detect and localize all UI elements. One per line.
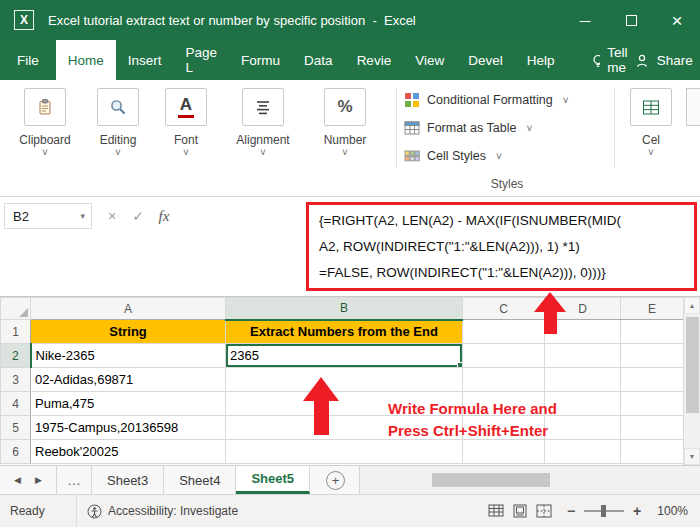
scroll-down-icon[interactable]: ▾	[684, 448, 700, 465]
row-header-1[interactable]: 1	[1, 320, 31, 344]
tab-page-layout[interactable]: Page L	[174, 40, 230, 80]
cell-E1[interactable]	[621, 320, 684, 344]
cell-B6[interactable]	[226, 440, 463, 464]
formula-input[interactable]: {=RIGHT(A2, LEN(A2) - MAX(IF(ISNUMBER(MI…	[306, 202, 697, 291]
sheet-tab-sheet5-active[interactable]: Sheet5	[236, 466, 310, 494]
cell-D3[interactable]	[545, 368, 621, 392]
sheet-table: A B C D E 1 String Extract Numbers from …	[0, 297, 684, 464]
normal-view-button[interactable]	[486, 501, 506, 521]
cell-B3[interactable]	[226, 368, 463, 392]
cell-E2[interactable]	[621, 344, 684, 368]
row-header-3[interactable]: 3	[1, 368, 31, 392]
sheet-tab-sheet4[interactable]: Sheet4	[164, 466, 236, 494]
cells-button[interactable]	[630, 88, 672, 126]
zoom-slider-thumb[interactable]	[601, 505, 606, 517]
page-layout-view-icon	[512, 504, 528, 518]
tab-view[interactable]: View	[403, 40, 456, 80]
zoom-out-button[interactable]: −	[564, 503, 578, 519]
tab-developer[interactable]: Devel	[456, 40, 515, 80]
horizontal-scrollbar-thumb[interactable]	[432, 473, 550, 487]
cells-dropdown-icon[interactable]: ˅	[648, 148, 654, 158]
select-all-corner[interactable]	[1, 298, 31, 320]
cell-C1[interactable]	[463, 320, 545, 344]
zoom-in-button[interactable]: +	[630, 503, 644, 519]
tab-help[interactable]: Help	[515, 40, 567, 80]
cell-B1[interactable]: Extract Numbers from the End	[226, 320, 463, 344]
close-button[interactable]: ×	[654, 0, 700, 40]
tell-me-button[interactable]: Tell me	[590, 40, 633, 80]
cell-A4[interactable]: Puma,475	[31, 392, 226, 416]
cell-C2[interactable]	[463, 344, 545, 368]
sheet-nav-right-icon[interactable]: ▶	[35, 475, 42, 485]
zoom-level[interactable]: 100%	[652, 504, 688, 518]
sheet-tab-sheet3[interactable]: Sheet3	[92, 466, 164, 494]
number-button[interactable]: %	[324, 88, 366, 126]
alignment-dropdown-icon[interactable]: ˅	[260, 148, 266, 158]
row-header-4[interactable]: 4	[1, 392, 31, 416]
sheet-nav-left-icon[interactable]: ◀	[14, 475, 21, 485]
share-button[interactable]: Share	[634, 40, 700, 80]
tab-insert[interactable]: Insert	[116, 40, 174, 80]
col-header-e[interactable]: E	[621, 298, 684, 320]
ribbon-separator	[614, 88, 615, 168]
row-header-5[interactable]: 5	[1, 416, 31, 440]
row-header-2[interactable]: 2	[1, 344, 31, 368]
alignment-button[interactable]	[242, 88, 284, 126]
person-icon	[634, 53, 650, 68]
page-break-view-button[interactable]	[534, 501, 554, 521]
enter-button[interactable]: ✓	[126, 203, 150, 229]
new-sheet-button[interactable]: +	[326, 471, 345, 490]
horizontal-scrollbar[interactable]	[359, 466, 700, 494]
name-box-value: B2	[5, 209, 80, 224]
cell-E6[interactable]	[621, 440, 684, 464]
conditional-formatting-button[interactable]: Conditional Formatting ˅	[404, 86, 610, 114]
editing-dropdown-icon[interactable]: ˅	[115, 148, 121, 158]
col-header-a[interactable]: A	[31, 298, 226, 320]
ribbon-overflow-button[interactable]	[686, 88, 700, 126]
insert-function-button[interactable]: fx	[152, 203, 176, 229]
cell-C3[interactable]	[463, 368, 545, 392]
tab-data[interactable]: Data	[292, 40, 345, 80]
editing-button[interactable]	[97, 88, 139, 126]
font-dropdown-icon[interactable]: ˅	[183, 148, 189, 158]
tab-home[interactable]: Home	[56, 40, 116, 80]
cell-A5[interactable]: 1975-Campus,20136598	[31, 416, 226, 440]
cell-A3[interactable]: 02-Adidas,69871	[31, 368, 226, 392]
cell-A6[interactable]: Reebok'20025	[31, 440, 226, 464]
vertical-scrollbar-thumb[interactable]	[686, 317, 699, 413]
col-header-b[interactable]: B	[226, 298, 463, 320]
sheet-tab-overflow[interactable]: …	[56, 466, 92, 494]
window-controls: ─ ×	[562, 0, 700, 40]
arrow-stem	[314, 401, 329, 435]
cell-E4[interactable]	[621, 392, 684, 416]
font-button[interactable]: A	[165, 88, 207, 126]
tab-review[interactable]: Revie	[345, 40, 404, 80]
cell-E3[interactable]	[621, 368, 684, 392]
cell-C6[interactable]	[463, 440, 545, 464]
page-layout-view-button[interactable]	[510, 501, 530, 521]
tab-file[interactable]: File	[0, 40, 56, 80]
name-box[interactable]: B2 ▾	[4, 203, 92, 229]
format-as-table-button[interactable]: Format as Table ˅	[404, 114, 610, 142]
minimize-button[interactable]: ─	[562, 0, 608, 40]
fill-handle[interactable]	[457, 362, 463, 368]
clipboard-button[interactable]	[24, 88, 66, 126]
zoom-slider[interactable]	[584, 510, 624, 512]
cancel-button[interactable]: ×	[100, 203, 124, 229]
vertical-scrollbar[interactable]: ▴ ▾	[683, 297, 700, 465]
cell-D6[interactable]	[545, 440, 621, 464]
cell-styles-button[interactable]: Cell Styles ˅	[404, 142, 610, 170]
clipboard-dropdown-icon[interactable]: ˅	[42, 148, 48, 158]
cell-D2[interactable]	[545, 344, 621, 368]
scroll-up-icon[interactable]: ▴	[684, 297, 700, 314]
maximize-button[interactable]	[608, 0, 654, 40]
cell-A1[interactable]: String	[31, 320, 226, 344]
col-header-c[interactable]: C	[463, 298, 545, 320]
cell-B2-selected[interactable]: 2365	[226, 344, 463, 368]
accessibility-button[interactable]: Accessibility: Investigate	[87, 504, 238, 519]
cell-E5[interactable]	[621, 416, 684, 440]
row-header-6[interactable]: 6	[1, 440, 31, 464]
number-dropdown-icon[interactable]: ˅	[342, 148, 348, 158]
tab-formulas[interactable]: Formu	[229, 40, 292, 80]
cell-A2[interactable]: Nike-2365	[31, 344, 226, 368]
